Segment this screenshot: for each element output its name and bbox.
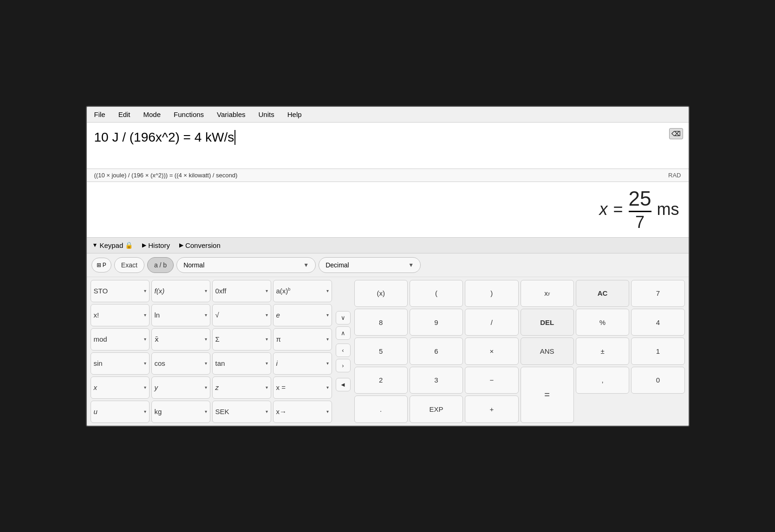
- kg-arrow-icon: ▾: [205, 409, 207, 414]
- key-sek[interactable]: SEK ▾: [212, 401, 271, 423]
- main-input[interactable]: 10 J / (196x^2) = 4 kW/s: [94, 130, 681, 145]
- key-4[interactable]: 4: [631, 309, 684, 336]
- lock-icon: 🔒: [125, 241, 133, 249]
- key-0[interactable]: 0: [631, 367, 684, 394]
- keypad-toggle[interactable]: ▼ Keypad 🔒: [92, 241, 133, 249]
- key-9[interactable]: 9: [410, 309, 463, 336]
- key-factorial[interactable]: x! ▾: [91, 304, 150, 326]
- key-3[interactable]: 3: [410, 367, 463, 394]
- xbar-arrow-icon: ▾: [205, 337, 207, 342]
- menu-variables[interactable]: Variables: [215, 110, 247, 119]
- key-x[interactable]: x ▾: [91, 376, 150, 399]
- ab-button[interactable]: a / b: [147, 257, 174, 273]
- nav-up-key[interactable]: ∨: [336, 311, 351, 324]
- normal-dropdown[interactable]: Normal ▼: [176, 257, 316, 273]
- key-comma[interactable]: ,: [576, 367, 629, 394]
- ln-arrow-icon: ▾: [205, 312, 207, 318]
- collapse-key[interactable]: ◄: [336, 378, 351, 391]
- key-xarrow[interactable]: x→ ▾: [273, 401, 332, 423]
- key-1[interactable]: 1: [631, 337, 684, 364]
- i-label: i: [276, 359, 278, 367]
- menu-help[interactable]: Help: [286, 110, 304, 119]
- decimal-label: Decimal: [326, 261, 349, 269]
- key-ans[interactable]: ANS: [521, 337, 574, 364]
- keypad-header: ▼ Keypad 🔒 ▶ History ▶ Conversion: [87, 238, 689, 253]
- key-divide[interactable]: /: [465, 309, 518, 336]
- key-mod[interactable]: mod ▾: [91, 328, 150, 350]
- key-sto[interactable]: STO ▾: [91, 280, 150, 302]
- axb-label: a(x)b: [276, 287, 291, 295]
- menu-edit[interactable]: Edit: [117, 110, 132, 119]
- fx-label: f(x): [155, 287, 165, 295]
- key-cos[interactable]: cos ▾: [151, 352, 210, 375]
- key-exp[interactable]: EXP: [410, 396, 463, 422]
- key-tan[interactable]: tan ▾: [212, 352, 271, 375]
- key-y[interactable]: y ▾: [151, 376, 210, 399]
- key-8[interactable]: 8: [354, 309, 408, 336]
- y-arrow-icon: ▾: [205, 385, 207, 390]
- result-equals: =: [613, 200, 623, 219]
- y-label: y: [155, 383, 158, 391]
- key-axb[interactable]: a(x)b ▾: [273, 280, 332, 302]
- decimal-dropdown-arrow-icon: ▼: [408, 262, 414, 268]
- key-ln[interactable]: ln ▾: [151, 304, 210, 326]
- exact-button[interactable]: Exact: [114, 257, 144, 273]
- key-plus[interactable]: +: [465, 396, 518, 422]
- decimal-dropdown[interactable]: Decimal ▼: [319, 257, 421, 273]
- sin-label: sin: [94, 359, 103, 367]
- key-percent[interactable]: %: [576, 309, 629, 336]
- key-7[interactable]: 7: [631, 280, 684, 307]
- key-2[interactable]: 2: [354, 367, 408, 394]
- key-xparen[interactable]: (x): [354, 280, 408, 307]
- fraction-denominator: 7: [635, 214, 645, 231]
- key-sqrt[interactable]: √ ▾: [212, 304, 271, 326]
- key-kg[interactable]: kg ▾: [151, 401, 210, 423]
- nav-left-key[interactable]: ‹: [336, 344, 351, 357]
- nav-down-key[interactable]: ∧: [336, 326, 351, 340]
- p-button[interactable]: ⊞ P: [91, 258, 111, 272]
- key-5[interactable]: 5: [354, 337, 408, 364]
- menu-units[interactable]: Units: [257, 110, 276, 119]
- key-0xff[interactable]: 0xff ▾: [212, 280, 271, 302]
- key-minus[interactable]: −: [465, 367, 518, 394]
- history-toggle[interactable]: ▶ History: [142, 241, 170, 249]
- key-sin[interactable]: sin ▾: [91, 352, 150, 375]
- z-arrow-icon: ▾: [266, 385, 268, 390]
- key-i[interactable]: i ▾: [273, 352, 332, 375]
- u-arrow-icon: ▾: [144, 409, 146, 414]
- keypad-main: STO ▾ f(x) ▾ 0xff ▾ a(x)b ▾ x!: [87, 277, 689, 426]
- key-multiply[interactable]: ×: [465, 337, 518, 364]
- key-xpow[interactable]: xy: [521, 280, 574, 307]
- key-pi[interactable]: π ▾: [273, 328, 332, 350]
- menu-mode[interactable]: Mode: [142, 110, 163, 119]
- key-fx[interactable]: f(x) ▾: [151, 280, 210, 302]
- result-area: x = 25 7 ms: [87, 182, 689, 238]
- history-arrow-icon: ▶: [142, 242, 146, 248]
- key-close-paren[interactable]: ): [465, 280, 518, 307]
- key-del[interactable]: DEL: [521, 309, 574, 336]
- key-6[interactable]: 6: [410, 337, 463, 364]
- menu-functions[interactable]: Functions: [172, 110, 206, 119]
- z-label: z: [215, 383, 219, 391]
- key-open-paren[interactable]: (: [410, 280, 463, 307]
- input-area: 10 J / (196x^2) = 4 kW/s ⌫: [87, 123, 689, 169]
- key-z[interactable]: z ▾: [212, 376, 271, 399]
- e-arrow-icon: ▾: [326, 312, 329, 318]
- key-xeq[interactable]: x = ▾: [273, 376, 332, 399]
- conversion-toggle[interactable]: ▶ Conversion: [179, 241, 221, 249]
- sek-arrow-icon: ▾: [266, 409, 268, 414]
- key-sigma[interactable]: Σ ▾: [212, 328, 271, 350]
- key-u[interactable]: u ▾: [91, 401, 150, 423]
- key-xbar[interactable]: x̄ ▾: [151, 328, 210, 350]
- key-equals[interactable]: =: [521, 367, 574, 423]
- key-e[interactable]: e ▾: [273, 304, 332, 326]
- backspace-button[interactable]: ⌫: [669, 128, 683, 139]
- nav-right-key[interactable]: ›: [336, 359, 351, 372]
- xeq-arrow-icon: ▾: [326, 385, 329, 390]
- kg-label: kg: [155, 408, 162, 415]
- key-plusminus[interactable]: ±: [576, 337, 629, 364]
- key-dot[interactable]: .: [354, 396, 408, 422]
- x-arrow-icon: ▾: [144, 385, 146, 390]
- menu-file[interactable]: File: [92, 110, 107, 119]
- key-ac[interactable]: AC: [576, 280, 629, 307]
